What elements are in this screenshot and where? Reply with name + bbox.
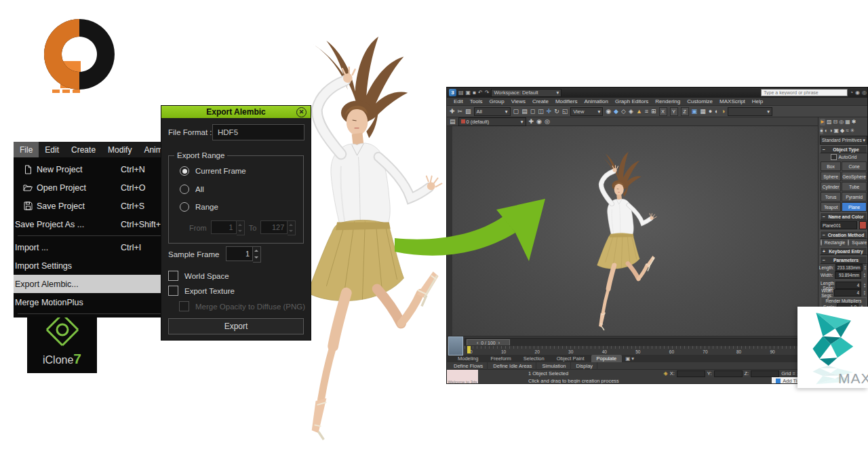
bind-icon[interactable]: ▧ xyxy=(465,108,471,115)
menu-edit[interactable]: Edit xyxy=(39,142,65,157)
menu-file[interactable]: File xyxy=(14,142,39,157)
menu-item-merge-motionplus[interactable]: Merge MotionPlus xyxy=(14,293,178,311)
tube-button[interactable]: Tube xyxy=(842,182,867,191)
autogrid-checkbox[interactable]: AutoGrid xyxy=(818,153,868,161)
search-icon[interactable]: ◉ xyxy=(855,90,860,96)
radio-current-frame[interactable]: Current Frame xyxy=(180,166,246,176)
utilities-tab-icon[interactable]: ✱ xyxy=(852,119,856,126)
cameras-icon[interactable]: ▣ xyxy=(834,128,840,134)
cylinder-button[interactable]: Cylinder xyxy=(821,182,841,191)
mirror-icon[interactable]: ▲ xyxy=(636,108,642,115)
menu-item-new-project[interactable]: New Project Ctrl+N xyxy=(14,160,178,178)
ribbon-tab-object-paint[interactable]: Object Paint xyxy=(551,355,590,362)
percent-snap-icon[interactable]: ◈ xyxy=(629,108,633,115)
length-field[interactable]: 233.183mm xyxy=(835,264,863,271)
render-setup-icon[interactable]: ◐ xyxy=(715,108,718,115)
reference-coord-dropdown[interactable]: View▾ xyxy=(570,107,603,116)
export-texture-checkbox[interactable]: Export Texture xyxy=(168,286,235,296)
max-menu-views[interactable]: Views xyxy=(511,98,526,104)
add-layer-icon[interactable]: ✚ xyxy=(529,118,534,126)
use-center-icon[interactable]: ◉ xyxy=(606,108,611,115)
material-editor-icon[interactable]: ● xyxy=(709,108,712,115)
geometry-icon[interactable]: ● xyxy=(820,128,823,134)
shapes-icon[interactable]: ◐ xyxy=(825,128,828,134)
coord-x-field[interactable] xyxy=(677,370,705,377)
account-icon[interactable]: ◎ xyxy=(862,90,867,96)
current-frame-marker[interactable] xyxy=(467,346,471,353)
menu-modify[interactable]: Modify xyxy=(102,142,138,157)
box-button[interactable]: Box xyxy=(821,161,841,171)
max-menu-tools[interactable]: Tools xyxy=(470,98,483,104)
open-icon[interactable]: ▣ xyxy=(466,90,471,96)
creation-method-rollout[interactable]: −Creation Method xyxy=(820,231,867,239)
axis-z-button[interactable]: Z xyxy=(681,107,689,116)
menu-item-save-project-as[interactable]: Save Project As ... Ctrl+Shift+S xyxy=(14,215,178,233)
curve-editor-icon[interactable]: ▣ xyxy=(692,108,698,115)
geosphere-button[interactable]: GeoSphere xyxy=(842,172,867,181)
max-menu-modifiers[interactable]: Modifiers xyxy=(555,98,577,104)
ribbon-tab-freeform[interactable]: Freeform xyxy=(485,355,516,362)
create-tab-icon[interactable]: ► xyxy=(820,119,825,126)
select-object-icon[interactable]: ▢ xyxy=(513,108,519,115)
layer-props-icon[interactable]: ◎ xyxy=(545,118,550,126)
max-menu-create[interactable]: Create xyxy=(532,98,549,104)
spinner-icon[interactable]: ▲▼ xyxy=(864,264,867,271)
search-help-icon[interactable]: ◔ xyxy=(850,90,853,96)
save-icon[interactable]: ■ xyxy=(473,90,476,96)
subtab-simulation[interactable]: Simulation xyxy=(538,362,570,370)
max-menu-graph-editors[interactable]: Graph Editors xyxy=(615,98,648,104)
menu-create[interactable]: Create xyxy=(65,142,102,157)
lights-icon[interactable]: ◑ xyxy=(829,128,833,134)
width-field[interactable]: 93.894mm xyxy=(835,271,861,279)
pyramid-button[interactable]: Pyramid xyxy=(842,192,867,201)
object-type-rollout[interactable]: −Object Type xyxy=(820,145,867,153)
align-icon[interactable]: ≡ xyxy=(645,108,648,115)
ribbon-collapse-icon[interactable]: ▣ ▾ xyxy=(623,355,636,362)
axis-y-button[interactable]: Y xyxy=(670,107,678,116)
torus-button[interactable]: Torus xyxy=(821,192,841,201)
width-segs-field[interactable]: 4 xyxy=(834,289,861,296)
coord-y-field[interactable] xyxy=(714,370,743,377)
max-menu-group[interactable]: Group xyxy=(489,98,504,104)
max-menu-rendering[interactable]: Rendering xyxy=(655,98,680,104)
spinner-icon[interactable]: ▲▼ xyxy=(863,271,867,279)
layer-dropdown[interactable]: 0 (default) ▾ xyxy=(458,117,526,126)
name-color-rollout[interactable]: −Name and Color xyxy=(820,212,867,220)
workspace-dropdown[interactable]: Workspace: Default▾ xyxy=(491,89,561,97)
keyboard-entry-rollout[interactable]: +Keyboard Entry xyxy=(820,247,867,255)
primitives-dropdown[interactable]: Standard Primitives▾ xyxy=(820,136,867,145)
export-button[interactable]: Export xyxy=(168,318,304,334)
file-format-input[interactable]: HDF5 xyxy=(212,124,304,140)
render-preset-dropdown[interactable]: ▾ xyxy=(728,107,772,116)
select-move-icon[interactable]: ✛ xyxy=(547,108,552,115)
cone-button[interactable]: Cone xyxy=(842,161,867,171)
rect-region-icon[interactable]: ◻ xyxy=(530,108,535,115)
menu-item-export-alembic[interactable]: Export Alembic... xyxy=(14,275,178,293)
world-space-checkbox[interactable]: World Space xyxy=(168,271,229,281)
subtab-define-idle-areas[interactable]: Define Idle Areas xyxy=(489,362,536,370)
dialog-titlebar[interactable]: Export Alembic ✕ xyxy=(161,106,311,118)
select-layer-icon[interactable]: ◉ xyxy=(536,118,542,126)
schematic-view-icon[interactable]: ▦ xyxy=(700,108,706,115)
display-tab-icon[interactable]: ▦ xyxy=(845,119,850,126)
axis-x-button[interactable]: X xyxy=(659,107,667,116)
window-crossing-icon[interactable]: ◫ xyxy=(538,108,544,115)
radio-icon[interactable] xyxy=(848,239,849,246)
radio-icon[interactable] xyxy=(821,239,822,246)
angle-snap-icon[interactable]: ◇ xyxy=(621,108,626,115)
hierarchy-tab-icon[interactable]: ⊟ xyxy=(833,119,837,126)
timeline-ruler[interactable]: 010 2030 4050 6070 8090 100 xyxy=(465,345,816,355)
plane-button[interactable]: Plane xyxy=(842,202,867,212)
spinner-icon[interactable]: ▲▼ xyxy=(863,289,867,296)
object-name-field[interactable]: Plane001 xyxy=(821,221,857,229)
scale-icon[interactable]: ◱ xyxy=(562,108,568,115)
select-by-name-icon[interactable]: ▤ xyxy=(521,108,528,115)
length-segs-field[interactable]: 4 xyxy=(835,282,861,289)
coord-z-field[interactable] xyxy=(751,370,779,377)
menu-item-save-project[interactable]: Save Project Ctrl+S xyxy=(14,197,178,215)
max-menu-maxscript[interactable]: MAXScript xyxy=(719,98,745,104)
search-input[interactable] xyxy=(761,89,848,96)
undo-icon[interactable]: ↶ xyxy=(478,90,483,96)
ribbon-tab-selection[interactable]: Selection xyxy=(518,355,550,362)
selection-filter-dropdown[interactable]: All▾ xyxy=(474,107,511,116)
